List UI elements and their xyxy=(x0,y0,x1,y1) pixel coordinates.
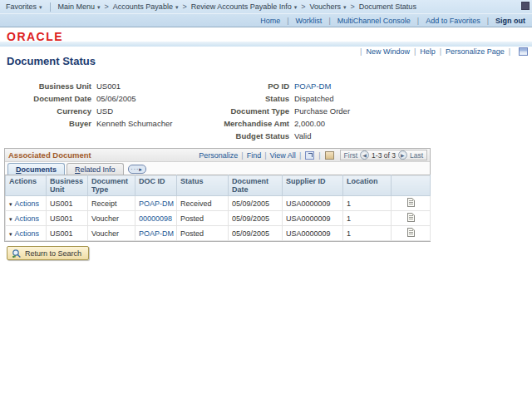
cell-status: Posted xyxy=(177,211,229,226)
field-value: 05/06/2005 xyxy=(96,94,136,103)
cell-business-unit: US001 xyxy=(47,196,88,211)
divider: | xyxy=(360,47,362,56)
col-doc-id: DOC ID xyxy=(135,175,177,196)
field-value: US001 xyxy=(96,81,121,91)
page-links-bar: | New Window | Help | Personalize Page | xyxy=(356,47,528,57)
personalize-page-link[interactable]: Personalize Page xyxy=(446,47,505,56)
field-value: Kenneth Schumacher xyxy=(96,119,172,128)
col-status: Status xyxy=(177,175,229,196)
doc-id-link[interactable]: 00000098 xyxy=(139,214,172,223)
row-actions-link[interactable]: Actions xyxy=(15,214,40,223)
page-layout-icon[interactable] xyxy=(519,47,528,56)
view-document-icon[interactable] xyxy=(407,213,415,222)
cell-document-date: 05/09/2005 xyxy=(229,196,283,211)
breadcrumb: Favorites ▾ Main Menu ▾ > Accounts Payab… xyxy=(0,0,532,14)
view-document-icon[interactable] xyxy=(407,198,415,207)
divider: | xyxy=(487,17,489,25)
cell-document-type: Voucher xyxy=(88,226,135,241)
favorites-menu[interactable]: Favorites ▾ xyxy=(6,2,42,11)
cell-location: 1 xyxy=(343,196,392,211)
field-value: USD xyxy=(96,106,113,116)
worklist-link[interactable]: Worklist xyxy=(296,17,323,25)
cell-business-unit: US001 xyxy=(47,226,88,241)
add-to-favorites-link[interactable]: Add to Favorites xyxy=(426,17,480,25)
field-group-right: PO ID POAP-DM Status Dispatched Document… xyxy=(170,80,350,142)
return-to-search-icon xyxy=(12,249,22,259)
row-actions-caret-icon[interactable]: ▾ xyxy=(9,201,12,207)
new-window-link[interactable]: New Window xyxy=(366,47,410,56)
doc-id-link[interactable]: POAP-DM xyxy=(139,229,174,238)
field-label: Document Type xyxy=(170,106,289,116)
find-link[interactable]: Find xyxy=(247,151,262,160)
top-header-bar: Favorites ▾ Main Menu ▾ > Accounts Payab… xyxy=(0,0,532,27)
field-label: Status xyxy=(170,94,289,103)
breadcrumb-separator: > xyxy=(301,2,305,11)
tab-label: elated Info xyxy=(81,165,116,174)
next-row-icon[interactable]: ▶ xyxy=(398,150,407,160)
field-value: Valid xyxy=(294,131,311,140)
chevron-down-icon: ▾ xyxy=(294,4,298,10)
download-to-excel-icon[interactable] xyxy=(305,151,314,160)
view-all-link[interactable]: View All xyxy=(270,151,296,160)
field-business-unit: Business Unit US001 xyxy=(7,80,172,92)
col-document-type: Document Type xyxy=(88,175,135,196)
cell-document-type: Receipt xyxy=(88,196,135,211)
cell-supplier-id: USA0000009 xyxy=(283,226,343,241)
multichannel-console-link[interactable]: MultiChannel Console xyxy=(337,17,411,25)
row-actions-caret-icon[interactable]: ▾ xyxy=(9,231,12,237)
col-business-unit: Business Unit xyxy=(47,175,88,196)
pager-last-link[interactable]: Last xyxy=(410,151,423,160)
field-po-id: PO ID POAP-DM xyxy=(170,80,350,92)
divider: | xyxy=(328,17,330,25)
col-actions: Actions xyxy=(6,175,47,196)
tab-documents[interactable]: Documents xyxy=(7,163,65,175)
return-to-search-label: Return to Search xyxy=(25,249,81,258)
breadcrumb-review-ap-info[interactable]: Review Accounts Payable Info ▾ xyxy=(191,2,298,11)
associated-document-grid: Associated Document Personalize | Find |… xyxy=(4,148,431,242)
doc-id-link[interactable]: POAP-DM xyxy=(139,200,174,208)
personalize-link[interactable]: Personalize xyxy=(199,151,238,160)
window-corner-icon xyxy=(521,2,530,10)
cell-document-type: Voucher xyxy=(88,211,135,226)
grid-pager: First ◀ 1-3 of 3 ▶ Last xyxy=(340,150,427,160)
zoom-grid-icon[interactable] xyxy=(325,151,334,160)
view-document-icon[interactable] xyxy=(407,228,415,237)
field-document-date: Document Date 05/06/2005 xyxy=(7,92,172,105)
cell-location: 1 xyxy=(343,226,392,241)
breadcrumb-main-menu[interactable]: Main Menu ▾ xyxy=(58,2,101,11)
return-to-search-button[interactable]: Return to Search xyxy=(7,246,89,260)
table-header-row: Actions Business Unit Document Type DOC … xyxy=(6,175,431,196)
help-link[interactable]: Help xyxy=(420,47,436,56)
breadcrumb-label: Accounts Payable xyxy=(113,2,173,11)
chevron-down-icon: ▾ xyxy=(97,4,101,10)
home-link[interactable]: Home xyxy=(260,17,280,25)
po-id-link[interactable]: POAP-DM xyxy=(294,81,331,91)
cell-location: 1 xyxy=(343,211,392,226)
breadcrumb-accounts-payable[interactable]: Accounts Payable ▾ xyxy=(113,2,179,11)
sign-out-link[interactable]: Sign out xyxy=(495,17,525,25)
breadcrumb-vouchers[interactable]: Vouchers ▾ xyxy=(310,2,347,11)
grid-header-bar: Associated Document Personalize | Find |… xyxy=(5,149,430,162)
previous-row-icon[interactable]: ◀ xyxy=(360,150,369,160)
row-actions-caret-icon[interactable]: ▾ xyxy=(9,216,12,222)
breadcrumb-label: Main Menu xyxy=(58,2,96,11)
show-all-columns-icon[interactable]: ···▸ xyxy=(128,165,146,174)
divider: | xyxy=(299,151,301,160)
divider: | xyxy=(417,17,419,25)
table-row: ▾Actions US001 Voucher 00000098 Posted 0… xyxy=(6,211,431,226)
breadcrumb-separator: > xyxy=(351,2,355,11)
row-actions-link[interactable]: Actions xyxy=(15,200,40,208)
divider: | xyxy=(241,151,243,160)
field-document-type: Document Type Purchase Order xyxy=(170,105,350,117)
field-label: Currency xyxy=(7,106,91,116)
breadcrumb-label: Review Accounts Payable Info xyxy=(191,2,292,11)
pager-first-link[interactable]: First xyxy=(344,151,358,160)
tab-related-info[interactable]: Related Info xyxy=(66,163,124,175)
divider: | xyxy=(318,151,320,160)
divider: | xyxy=(509,47,510,56)
field-label: Document Date xyxy=(7,94,91,103)
row-actions-link[interactable]: Actions xyxy=(15,229,40,238)
divider: | xyxy=(287,17,288,25)
col-document-date: Document Date xyxy=(229,175,283,196)
chevron-down-icon: ▾ xyxy=(175,4,179,10)
